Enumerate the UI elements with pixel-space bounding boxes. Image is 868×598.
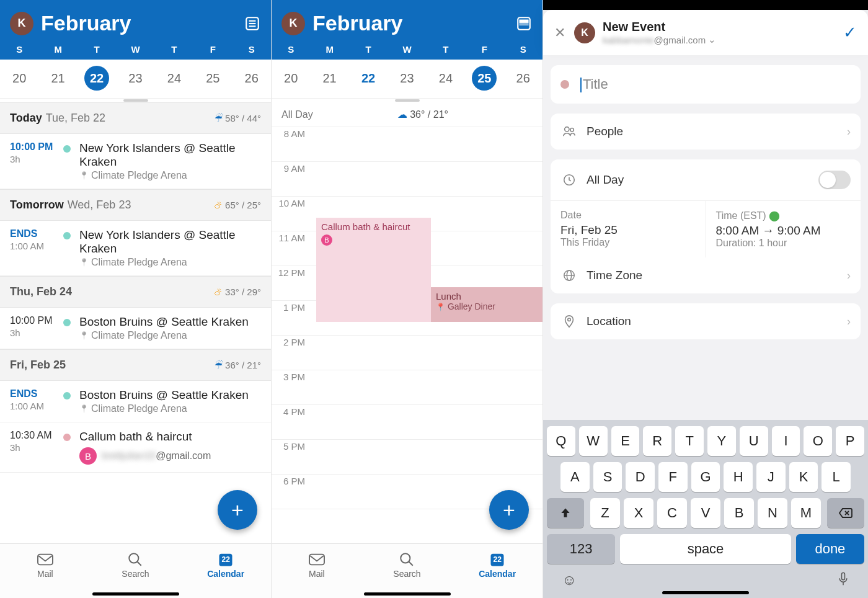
key-z[interactable]: Z — [590, 498, 620, 528]
key-c[interactable]: C — [657, 498, 687, 528]
new-event-fab[interactable]: + — [489, 490, 529, 530]
title-input-row[interactable]: Title — [551, 65, 861, 104]
timezone-row[interactable]: Time Zone › — [551, 257, 861, 293]
calendar-event-block[interactable]: Lunch📍 Galley Diner — [431, 287, 542, 322]
agenda-view-icon[interactable] — [244, 15, 261, 32]
close-icon[interactable]: ✕ — [554, 25, 565, 41]
date-cell[interactable]: 20 — [272, 66, 310, 91]
key-b[interactable]: B — [724, 498, 754, 528]
hour-row[interactable]: 3 PM — [272, 370, 542, 405]
agenda-event-row[interactable]: ENDS1:00 AMBoston Bruins @ Seattle Krake… — [0, 381, 271, 422]
date-cell[interactable]: 24 — [427, 66, 465, 91]
date-cell[interactable]: 23 — [388, 66, 426, 91]
key-m[interactable]: M — [791, 498, 821, 528]
key-f[interactable]: F — [658, 462, 688, 492]
key-v[interactable]: V — [691, 498, 720, 528]
date-cell[interactable]: 24 — [155, 66, 193, 91]
account-email[interactable]: kabbamonte@gmail.com ⌄ — [603, 34, 716, 45]
allday-toggle[interactable] — [818, 171, 851, 189]
date-cell[interactable]: 21 — [310, 66, 348, 91]
account-avatar[interactable]: K — [10, 12, 33, 35]
key-j[interactable]: J — [756, 462, 786, 492]
key-s[interactable]: S — [593, 462, 622, 492]
agenda-list[interactable]: TodayTue, Feb 22☔︎ 58° / 44°10:00 PM3hNe… — [0, 102, 271, 543]
key-i[interactable]: I — [772, 426, 800, 456]
agenda-event-row[interactable]: 10:00 PM3hNew York Islanders @ Seattle K… — [0, 134, 271, 189]
new-event-fab[interactable]: + — [218, 490, 257, 530]
hour-row[interactable]: 5 PM — [272, 440, 542, 475]
emoji-key[interactable]: ☺ — [562, 571, 577, 589]
key-q[interactable]: Q — [547, 426, 575, 456]
key-h[interactable]: H — [724, 462, 753, 492]
tab-search[interactable]: Search — [107, 550, 163, 579]
svg-point-21 — [568, 318, 571, 321]
new-event-pane: ✕ K New Event kabbamonte@gmail.com ⌄ ✓ T… — [543, 0, 868, 598]
date-cell[interactable]: 22 — [78, 66, 116, 91]
key-p[interactable]: P — [836, 426, 864, 456]
title-input[interactable]: Title — [580, 76, 851, 92]
month-title[interactable]: February — [312, 11, 515, 35]
hour-row[interactable]: 2 PM — [272, 336, 542, 370]
key-l[interactable]: L — [822, 462, 851, 492]
month-title[interactable]: February — [41, 11, 244, 35]
key-x[interactable]: X — [624, 498, 653, 528]
dow-cell: F — [465, 44, 503, 55]
date-cell[interactable]: 20 — [0, 66, 38, 91]
numbers-key[interactable]: 123 — [547, 534, 615, 564]
account-avatar[interactable]: K — [281, 12, 305, 35]
day-view-icon[interactable] — [515, 15, 533, 32]
tab-mail[interactable]: Mail — [289, 550, 345, 579]
mic-key[interactable] — [837, 571, 849, 589]
tab-mail[interactable]: Mail — [17, 550, 73, 579]
all-day-row[interactable]: All Day ☁︎ 36° / 21° — [272, 102, 542, 127]
key-a[interactable]: A — [560, 462, 590, 492]
key-o[interactable]: O — [804, 426, 832, 456]
account-avatar[interactable]: K — [574, 22, 595, 43]
space-key[interactable]: space — [620, 534, 791, 564]
date-cell[interactable]: 26 — [504, 66, 542, 91]
time-picker[interactable]: Time (EST) ⬤ 8:00 AM → 9:00 AM Duration:… — [706, 201, 861, 257]
hour-row[interactable]: 8 AM — [272, 127, 542, 162]
key-t[interactable]: T — [675, 426, 704, 456]
event-attendee: Bbrettjulian10@gmail.com — [79, 447, 261, 465]
key-k[interactable]: K — [789, 462, 818, 492]
home-indicator[interactable] — [92, 592, 179, 596]
home-indicator[interactable] — [662, 591, 749, 594]
agenda-event-row[interactable]: ENDS1:00 AMNew York Islanders @ Seattle … — [0, 221, 271, 276]
key-e[interactable]: E — [611, 426, 640, 456]
date-cell[interactable]: 23 — [116, 66, 154, 91]
date-cell[interactable]: 22 — [349, 66, 388, 91]
hour-row[interactable]: 9 AM — [272, 162, 542, 197]
agenda-event-row[interactable]: 10:30 AM3hCallum bath & haircutBbrettjul… — [0, 422, 271, 473]
backspace-key[interactable] — [827, 498, 864, 528]
key-w[interactable]: W — [579, 426, 608, 456]
date-cell[interactable]: 25 — [465, 66, 503, 91]
date-cell[interactable]: 21 — [38, 66, 77, 91]
tab-search[interactable]: Search — [379, 550, 435, 579]
location-row[interactable]: Location › — [551, 303, 861, 339]
key-d[interactable]: D — [626, 462, 655, 492]
key-u[interactable]: U — [740, 426, 768, 456]
shift-key[interactable] — [547, 498, 584, 528]
date-picker[interactable]: Date Fri, Feb 25 This Friday — [551, 201, 706, 257]
keyboard[interactable]: QWERTYUIOP ASDFGHJKL ZXCVBNM 123 space d… — [543, 420, 868, 598]
key-n[interactable]: N — [758, 498, 787, 528]
key-y[interactable]: Y — [707, 426, 736, 456]
allday-row[interactable]: All Day — [551, 159, 861, 201]
calendar-color-dot[interactable] — [560, 80, 569, 89]
hour-row[interactable]: 4 PM — [272, 405, 542, 440]
people-row[interactable]: People › — [551, 114, 861, 150]
day-timeline[interactable]: All Day ☁︎ 36° / 21° 8 AM9 AM10 AM11 AM1… — [272, 102, 542, 543]
calendar-event-block[interactable]: Callum bath & haircutB — [316, 218, 431, 322]
save-check-icon[interactable]: ✓ — [843, 23, 857, 42]
agenda-event-row[interactable]: 10:00 PM3hBoston Bruins @ Seattle Kraken… — [0, 308, 271, 349]
home-indicator[interactable] — [364, 592, 451, 596]
date-cell[interactable]: 26 — [232, 66, 271, 91]
time-value: 8:00 AM → 9:00 AM — [716, 224, 851, 238]
done-key[interactable]: done — [796, 534, 864, 564]
tab-calendar[interactable]: 22 Calendar — [469, 550, 525, 579]
key-g[interactable]: G — [691, 462, 720, 492]
key-r[interactable]: R — [643, 426, 671, 456]
date-cell[interactable]: 25 — [193, 66, 232, 91]
tab-calendar[interactable]: 22 Calendar — [198, 550, 254, 579]
